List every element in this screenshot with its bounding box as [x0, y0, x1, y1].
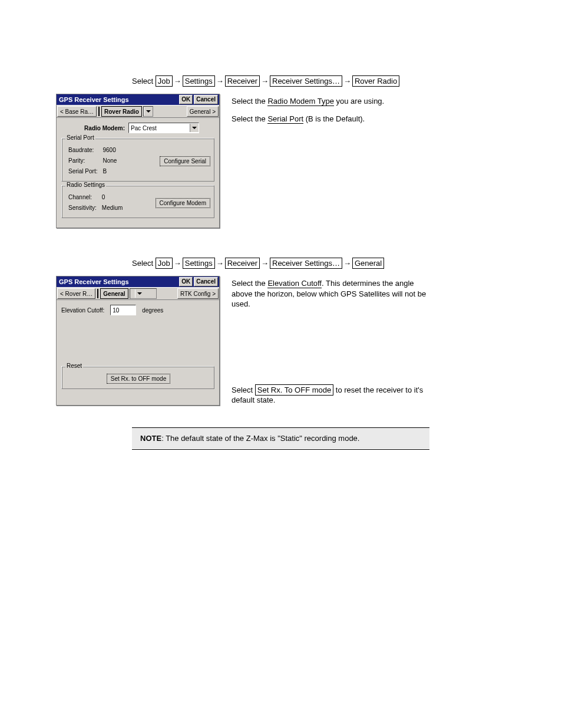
crumb-receiver-settings: Receiver Settings… — [270, 75, 342, 87]
dialog-general: GPS Receiver Settings OK Cancel < Rover … — [56, 276, 220, 406]
radio-settings-values: Channel:0 Sensitivity:Medium — [67, 192, 124, 214]
set-rx-off-reference: Set Rx. To OFF mode — [255, 384, 333, 396]
tab-current-2[interactable]: General — [100, 288, 128, 299]
configure-serial-button[interactable]: Configure Serial — [160, 156, 210, 166]
ok-button[interactable]: OK — [179, 95, 193, 104]
note-text: The default state of the Z-Max is "Stati… — [166, 434, 359, 443]
tab-prev-2[interactable]: < Rover R… — [57, 288, 95, 299]
tab-current-label-2: General — [103, 291, 125, 297]
dialog-rover-radio: GPS Receiver Settings OK Cancel < Base R… — [56, 94, 220, 228]
configure-modem-button[interactable]: Configure Modem — [156, 198, 210, 208]
ok-button-2[interactable]: OK — [179, 277, 193, 286]
breadcrumb-general: Select Job→Settings→Receiver→Receiver Se… — [132, 259, 506, 268]
instructions-rover-radio: Select the Radio Modem Type you are usin… — [232, 94, 384, 131]
crumb-receiver: Receiver — [225, 75, 260, 87]
breadcrumb-rover-radio: Select Job→Settings→Receiver→Receiver Se… — [132, 77, 506, 85]
note-label: NOTE — [140, 434, 161, 443]
elevation-cutoff-label: Elevation Cutoff: — [61, 307, 104, 314]
tab-next[interactable]: General > — [187, 106, 219, 117]
breadcrumb-intro: Select — [132, 77, 156, 85]
tab-prev[interactable]: < Base Ra… — [57, 106, 97, 117]
tab-row-2: < Rover R… General RTK Config > — [57, 287, 219, 300]
serial-port-values: Baudrate:9600 Parity:None Serial Port:B — [67, 144, 118, 177]
window-title: GPS Receiver Settings — [59, 96, 178, 103]
tab-dropdown[interactable] — [143, 106, 153, 117]
elevation-cutoff-units: degrees — [142, 307, 163, 314]
instructions-general: Select the Elevation Cutoff. This determ… — [232, 276, 432, 413]
crumb-job-2: Job — [156, 258, 173, 269]
chevron-down-icon — [135, 289, 144, 298]
radio-settings-group: Radio Settings Channel:0 Sensitivity:Med… — [61, 185, 214, 218]
chevron-down-icon — [190, 124, 199, 132]
radio-modem-label: Radio Modem: — [61, 125, 128, 131]
tab-next-2[interactable]: RTK Config > — [177, 288, 219, 299]
elevation-cutoff-input[interactable]: 10 — [110, 305, 136, 315]
cancel-button-2[interactable]: Cancel — [194, 277, 218, 286]
tab-current-label: Rover Radio — [104, 108, 139, 115]
radio-settings-legend: Radio Settings — [65, 182, 106, 188]
crumb-general: General — [352, 258, 384, 269]
reset-group: Reset Set Rx. to OFF mode — [61, 366, 214, 389]
crumb-settings-2: Settings — [183, 258, 215, 269]
tab-dropdown-2[interactable] — [130, 288, 157, 299]
window-title-2: GPS Receiver Settings — [59, 278, 178, 285]
titlebar-2: GPS Receiver Settings OK Cancel — [57, 276, 219, 287]
serial-port-legend: Serial Port — [65, 134, 95, 141]
radio-modem-select[interactable]: Pac Crest — [128, 123, 199, 133]
tab-row: < Base Ra… Rover Radio General > — [57, 105, 219, 118]
crumb-receiver-settings-2: Receiver Settings… — [270, 258, 342, 269]
titlebar: GPS Receiver Settings OK Cancel — [57, 94, 219, 105]
chevron-down-icon — [144, 107, 153, 116]
crumb-receiver-2: Receiver — [225, 258, 260, 269]
crumb-settings: Settings — [183, 75, 215, 87]
cancel-button[interactable]: Cancel — [194, 95, 218, 104]
reset-legend: Reset — [65, 363, 83, 369]
tab-current[interactable]: Rover Radio — [101, 106, 142, 117]
crumb-job: Job — [156, 75, 173, 87]
note-block: NOTE: The default state of the Z-Max is … — [132, 427, 429, 450]
breadcrumb-intro-2: Select — [132, 259, 156, 268]
serial-port-group: Serial Port Baudrate:9600 Parity:None Se… — [61, 138, 214, 182]
radio-modem-value: Pac Crest — [129, 125, 190, 131]
set-rx-off-button[interactable]: Set Rx. to OFF mode — [107, 374, 170, 384]
crumb-rover-radio: Rover Radio — [352, 75, 399, 87]
